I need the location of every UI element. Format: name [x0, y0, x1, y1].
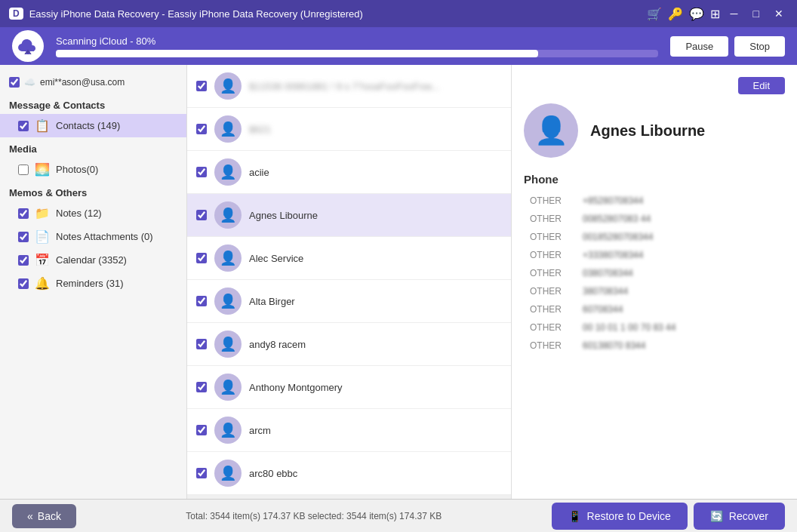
contact-name-4: Alec Service: [249, 253, 303, 264]
contact-checkbox-8[interactable]: [196, 425, 207, 435]
notes-attach-checkbox[interactable]: [18, 232, 29, 242]
close-button[interactable]: ✕: [770, 6, 788, 21]
avatar-3: 👤: [214, 201, 242, 229]
photos-label: Photos(0): [56, 164, 98, 175]
key-icon[interactable]: 🔑: [668, 7, 683, 21]
progress-fill: [56, 50, 538, 57]
contact-row-selected[interactable]: 👤 Agnes Libourne: [187, 194, 511, 237]
progress-buttons: Pause Stop: [670, 36, 785, 57]
contact-checkbox-6[interactable]: [196, 339, 207, 349]
contact-checkbox-3[interactable]: [196, 210, 207, 220]
calendar-checkbox[interactable]: [18, 255, 29, 266]
avatar-8: 👤: [214, 417, 242, 444]
grid-icon[interactable]: ⊞: [710, 7, 720, 21]
sidebar-item-contacts[interactable]: 📋 Contacts (149): [0, 114, 186, 137]
reminders-checkbox[interactable]: [18, 278, 29, 289]
detail-avatar: 👤: [524, 103, 578, 158]
photos-checkbox[interactable]: [18, 165, 29, 175]
back-button[interactable]: « Back: [12, 504, 76, 528]
main-layout: ☁️ emi**ason@usa.com Message & Contacts …: [0, 65, 797, 499]
progress-track: [56, 50, 658, 57]
contact-checkbox-0[interactable]: [196, 81, 207, 91]
contact-name-1: $621: [249, 124, 271, 135]
contact-list-area: 👤 $11536 00861881 ! 9 s 7?ooaFooFooFow..…: [187, 65, 512, 499]
calendar-label: Calendar (3352): [56, 254, 127, 266]
sidebar-item-calendar[interactable]: 📅 Calendar (3352): [0, 248, 186, 272]
avatar-7: 👤: [214, 374, 242, 401]
contact-row[interactable]: 👤 aciie: [187, 151, 511, 194]
contact-row[interactable]: 👤 arcm: [187, 409, 511, 452]
contacts-label: Contacts (149): [56, 120, 120, 131]
phone-number-2: 00185280708344: [577, 228, 785, 246]
contact-row[interactable]: 👤 $621: [187, 108, 511, 151]
section-memos-others: Memos & Others: [0, 181, 186, 201]
sidebar-item-notes-attachments[interactable]: 📄 Notes Attachments (0): [0, 225, 186, 248]
contact-name-9: arc80 ebbc: [249, 468, 297, 479]
avatar-2: 👤: [214, 158, 242, 186]
phone-row: OTHER+85280708344: [524, 192, 785, 210]
stop-button[interactable]: Stop: [734, 36, 785, 57]
phone-number-4: 0380708344: [577, 264, 785, 282]
minimize-button[interactable]: ─: [726, 6, 743, 21]
chat-icon[interactable]: 💬: [689, 7, 704, 21]
contact-checkbox-5[interactable]: [196, 296, 207, 306]
contact-row[interactable]: 👤 Alta Birger: [187, 280, 511, 323]
phone-number-7: 00 10 01 1 00 70 83 44: [577, 318, 785, 337]
avatar-4: 👤: [214, 244, 242, 272]
phone-type-7: OTHER: [524, 318, 577, 337]
phone-type-3: OTHER: [524, 246, 577, 264]
restore-to-device-button[interactable]: 📱 Restore to Device: [552, 503, 688, 530]
contact-row[interactable]: 👤 andy8 racem: [187, 323, 511, 366]
edit-button[interactable]: Edit: [738, 77, 785, 94]
phone-number-0: +85280708344: [577, 192, 785, 210]
reminders-icon: 🔔: [35, 276, 50, 291]
section-message-contacts: Message & Contacts: [0, 94, 186, 114]
contact-checkbox-1[interactable]: [196, 124, 207, 134]
contact-name-2: aciie: [249, 167, 269, 178]
avatar-5: 👤: [214, 288, 242, 315]
contact-checkbox-4[interactable]: [196, 253, 207, 263]
cloud-small-icon: ☁️: [24, 77, 35, 88]
phone-number-1: 00852807083 44: [577, 210, 785, 228]
contact-name-3: Agnes Libourne: [249, 210, 318, 221]
contacts-checkbox[interactable]: [18, 121, 29, 131]
phone-type-8: OTHER: [524, 337, 577, 355]
recover-label: Recover: [729, 510, 768, 522]
title-bar: D Eassiy iPhone Data Recovery - Eassiy i…: [0, 0, 797, 27]
contact-name-0: $11536 00861881 ! 9 s 7?ooaFooFooFow...: [249, 81, 439, 92]
recover-icon: 🔄: [710, 510, 723, 522]
maximize-button[interactable]: □: [749, 6, 764, 21]
window-controls: 🛒 🔑 💬 ⊞ ─ □ ✕: [647, 6, 788, 21]
phone-type-5: OTHER: [524, 282, 577, 300]
contact-row[interactable]: 👤 $11536 00861881 ! 9 s 7?ooaFooFooFow..…: [187, 65, 511, 108]
contact-checkbox-7[interactable]: [196, 382, 207, 392]
contacts-icon: 📋: [35, 118, 50, 133]
cart-icon[interactable]: 🛒: [647, 7, 662, 21]
contact-row[interactable]: 👤 Anthony Montgomery: [187, 366, 511, 409]
restore-label: Restore to Device: [587, 510, 671, 522]
sidebar-item-reminders[interactable]: 🔔 Reminders (31): [0, 272, 186, 295]
notes-icon: 📁: [35, 206, 50, 220]
photos-icon: 🌅: [35, 162, 50, 177]
contact-checkbox-9[interactable]: [196, 468, 207, 478]
sidebar-item-photos[interactable]: 🌅 Photos(0): [0, 158, 186, 181]
recover-button[interactable]: 🔄 Recover: [694, 503, 785, 530]
calendar-icon: 📅: [35, 253, 50, 267]
contact-checkbox-2[interactable]: [196, 167, 207, 177]
phone-table: OTHER+85280708344OTHER00852807083 44OTHE…: [524, 192, 785, 355]
detail-avatar-row: 👤 Agnes Libourne: [524, 103, 785, 158]
reminders-label: Reminders (31): [56, 278, 124, 289]
contact-row[interactable]: 👤 Alec Service: [187, 237, 511, 280]
contact-name-6: andy8 racem: [249, 339, 306, 350]
contact-row[interactable]: 👤 arc80 ebbc: [187, 452, 511, 495]
cloud-icon: [17, 38, 38, 54]
app-icon: D: [9, 8, 23, 20]
notes-checkbox[interactable]: [18, 208, 29, 219]
detail-name: Agnes Libourne: [590, 122, 705, 140]
pause-button[interactable]: Pause: [670, 36, 728, 57]
account-checkbox[interactable]: [9, 77, 20, 88]
contact-list-scroll[interactable]: 👤 $11536 00861881 ! 9 s 7?ooaFooFooFow..…: [187, 65, 511, 499]
phone-row: OTHER00185280708344: [524, 228, 785, 246]
bottom-actions: 📱 Restore to Device 🔄 Recover: [552, 503, 785, 530]
sidebar-item-notes[interactable]: 📁 Notes (12): [0, 201, 186, 225]
